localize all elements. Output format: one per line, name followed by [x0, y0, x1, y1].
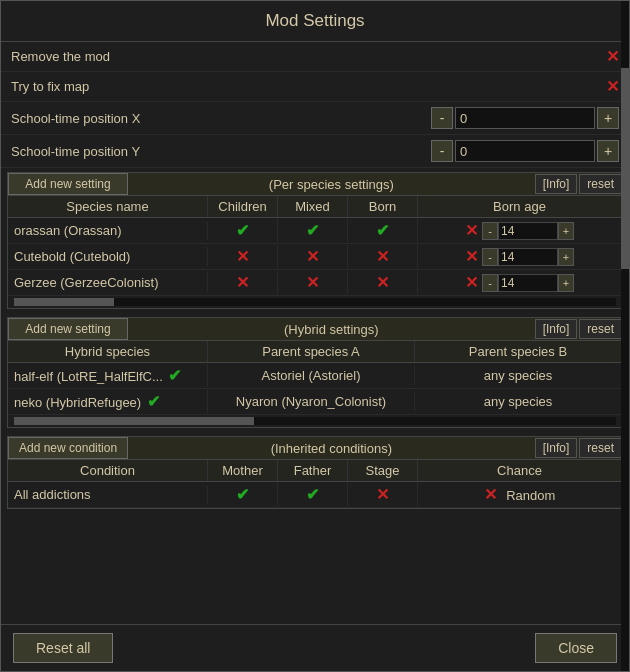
species-born-1: ✕: [348, 245, 418, 268]
species-mixed-0: ✔: [278, 219, 348, 242]
vertical-scrollbar-thumb: [621, 68, 629, 269]
reset-all-button[interactable]: Reset all: [13, 633, 113, 663]
species-header: Add new setting (Per species settings) […: [8, 173, 622, 196]
species-born-2: ✕: [348, 271, 418, 294]
add-hybrid-button[interactable]: Add new setting: [8, 318, 128, 340]
hybrid-section: Add new setting (Hybrid settings) [Info]…: [7, 317, 623, 428]
vertical-scrollbar[interactable]: [621, 1, 629, 671]
x-icon: ✕: [465, 273, 478, 292]
species-scrollbar-thumb: [14, 298, 114, 306]
born-age-plus-1[interactable]: +: [558, 248, 574, 266]
born-age-input-0[interactable]: [498, 222, 558, 240]
x-icon: ✕: [465, 221, 478, 240]
x-icon: ✕: [376, 248, 389, 265]
species-reset-button[interactable]: reset: [579, 174, 622, 194]
condition-stage-0: ✕: [348, 483, 418, 506]
table-row: orassan (Orassan) ✔ ✔ ✔ ✕ - +: [8, 218, 622, 244]
hybrid-parent-b-1: any species: [415, 392, 622, 411]
footer: Reset all Close: [1, 624, 629, 671]
born-age-minus-1[interactable]: -: [482, 248, 498, 266]
col-header-condition: Condition: [8, 460, 208, 481]
table-row: Gerzee (GerzeeColonist) ✕ ✕ ✕ ✕ - +: [8, 270, 622, 296]
check-icon: ✔: [376, 222, 389, 239]
hybrid-label-1: neko (HybridRefugee): [14, 395, 141, 410]
fix-map-value: ✕: [606, 77, 619, 96]
conditions-info-button[interactable]: [Info]: [535, 438, 578, 458]
species-info-button[interactable]: [Info]: [535, 174, 578, 194]
hybrid-label-0: half-elf (LotRE_HalfElfC...: [14, 369, 163, 384]
remove-mod-label: Remove the mod: [11, 49, 606, 64]
x-icon: ✕: [236, 248, 249, 265]
conditions-col-headers: Condition Mother Father Stage Chance: [8, 460, 622, 482]
species-scrollbar-h[interactable]: [14, 298, 616, 306]
species-section: Add new setting (Per species settings) […: [7, 172, 623, 309]
position-y-minus[interactable]: -: [431, 140, 453, 162]
table-row: half-elf (LotRE_HalfElfC... ✔ Astoriel (…: [8, 363, 622, 389]
species-born-0: ✔: [348, 219, 418, 242]
fix-map-row: Try to fix map ✕: [1, 72, 629, 102]
mod-settings-modal: Mod Settings Remove the mod ✕ Try to fix…: [0, 0, 630, 672]
position-y-input[interactable]: [455, 140, 595, 162]
species-children-0: ✔: [208, 219, 278, 242]
position-x-label: School-time position X: [11, 111, 431, 126]
species-born-age-2: ✕ - +: [418, 271, 622, 294]
x-icon: ✕: [465, 247, 478, 266]
table-row: All addictions ✔ ✔ ✕ ✕ Random: [8, 482, 622, 508]
species-name-2: Gerzee (GerzeeColonist): [8, 273, 208, 292]
species-name-0: orassan (Orassan): [8, 221, 208, 240]
position-x-input[interactable]: [455, 107, 595, 129]
condition-father-0: ✔: [278, 483, 348, 506]
add-condition-button[interactable]: Add new condition: [8, 437, 128, 459]
position-x-plus[interactable]: +: [597, 107, 619, 129]
col-header-hybrid-species: Hybrid species: [8, 341, 208, 362]
remove-mod-row: Remove the mod ✕: [1, 42, 629, 72]
hybrid-parent-a-1: Nyaron (Nyaron_Colonist): [208, 392, 415, 411]
conditions-header: Add new condition (Inherited conditions)…: [8, 437, 622, 460]
born-age-plus-2[interactable]: +: [558, 274, 574, 292]
check-icon: ✔: [306, 486, 319, 503]
condition-name-0: All addictions: [8, 485, 208, 504]
hybrid-scrollbar-h[interactable]: [14, 417, 616, 425]
hybrid-parent-b-0: any species: [415, 366, 622, 385]
position-x-row: School-time position X - +: [1, 102, 629, 135]
conditions-reset-button[interactable]: reset: [579, 438, 622, 458]
x-icon: ✕: [376, 486, 389, 503]
position-y-plus[interactable]: +: [597, 140, 619, 162]
hybrid-col-headers: Hybrid species Parent species A Parent s…: [8, 341, 622, 363]
modal-title: Mod Settings: [1, 1, 629, 42]
add-species-button[interactable]: Add new setting: [8, 173, 128, 195]
hybrid-name-1: neko (HybridRefugee) ✔: [8, 390, 208, 413]
born-age-minus-2[interactable]: -: [482, 274, 498, 292]
species-children-1: ✕: [208, 245, 278, 268]
x-icon: ✕: [306, 248, 319, 265]
fix-map-label: Try to fix map: [11, 79, 606, 94]
conditions-section-label: (Inherited conditions): [128, 441, 535, 456]
condition-mother-0: ✔: [208, 483, 278, 506]
check-icon: ✔: [147, 393, 160, 410]
hybrid-info-button[interactable]: [Info]: [535, 319, 578, 339]
position-y-row: School-time position Y - +: [1, 135, 629, 168]
hybrid-reset-button[interactable]: reset: [579, 319, 622, 339]
position-x-control: - +: [431, 107, 619, 129]
species-born-age-1: ✕ - +: [418, 245, 622, 268]
position-x-minus[interactable]: -: [431, 107, 453, 129]
species-children-2: ✕: [208, 271, 278, 294]
x-icon: ✕: [376, 274, 389, 291]
col-header-born: Born: [348, 196, 418, 217]
born-age-minus-0[interactable]: -: [482, 222, 498, 240]
col-header-parent-a: Parent species A: [208, 341, 415, 362]
table-row: Cutebold (Cutebold) ✕ ✕ ✕ ✕ - +: [8, 244, 622, 270]
col-header-stage: Stage: [348, 460, 418, 481]
born-age-input-2[interactable]: [498, 274, 558, 292]
col-header-children: Children: [208, 196, 278, 217]
close-button[interactable]: Close: [535, 633, 617, 663]
born-age-input-1[interactable]: [498, 248, 558, 266]
check-icon: ✔: [168, 367, 181, 384]
conditions-section: Add new condition (Inherited conditions)…: [7, 436, 623, 509]
chance-label-0: Random: [506, 488, 555, 503]
born-age-plus-0[interactable]: +: [558, 222, 574, 240]
x-icon: ✕: [306, 274, 319, 291]
hybrid-scrollbar-thumb: [14, 417, 254, 425]
check-icon: ✔: [236, 222, 249, 239]
remove-mod-value: ✕: [606, 47, 619, 66]
